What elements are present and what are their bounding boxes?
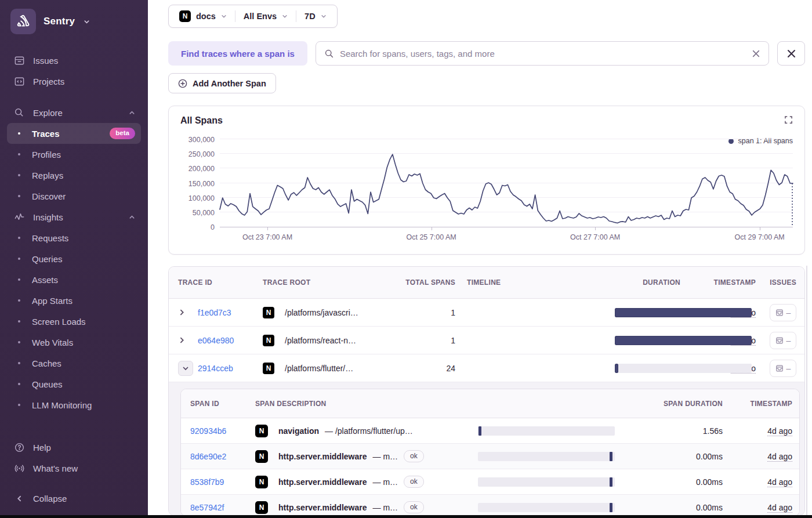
span-id-link[interactable]: 8d6e90e2 bbox=[190, 452, 226, 461]
org-switcher[interactable]: Sentry bbox=[7, 7, 141, 36]
timestamp-link[interactable]: 4d ago bbox=[767, 452, 792, 462]
span-duration-value: 0.00ms bbox=[636, 503, 723, 512]
column-header-issues: ISSUES bbox=[756, 278, 796, 287]
search-box bbox=[316, 41, 769, 66]
sidebar-item-assets[interactable]: Assets bbox=[7, 269, 141, 290]
issues-button[interactable]: – bbox=[770, 360, 796, 377]
collapse-trace-button[interactable] bbox=[178, 361, 193, 376]
sidebar-item-label: Projects bbox=[33, 77, 64, 86]
sidebar-item-caches[interactable]: Caches bbox=[7, 353, 141, 374]
span-row: 8d6e90e2 N http.server.middleware — m… o… bbox=[181, 444, 799, 469]
sidebar-item-label: Issues bbox=[33, 56, 58, 66]
expand-trace-button[interactable] bbox=[178, 336, 198, 344]
column-header-timestamp: TIMESTAMP bbox=[723, 400, 792, 408]
nextjs-project-icon: N bbox=[263, 335, 274, 346]
sidebar-flex-spacer bbox=[7, 415, 141, 437]
trace-id-link[interactable]: f1e0d7c3 bbox=[198, 308, 231, 317]
x-axis-tick bbox=[267, 227, 268, 230]
span-op: navigation bbox=[278, 426, 319, 436]
span-description: — /platforms/flutter/up… bbox=[325, 426, 413, 436]
span-timeline-track bbox=[478, 426, 615, 436]
beta-badge: beta bbox=[110, 128, 135, 140]
trace-root-text: /platforms/flutter/… bbox=[285, 364, 353, 373]
issues-button[interactable]: – bbox=[770, 332, 796, 349]
sidebar-item-screen-loads[interactable]: Screen Loads bbox=[7, 311, 141, 332]
x-axis-tick bbox=[760, 227, 760, 230]
sidebar-item-app-starts[interactable]: App Starts bbox=[7, 290, 141, 311]
trace-id-link[interactable]: e064e980 bbox=[198, 336, 234, 345]
issues-icon bbox=[775, 364, 784, 372]
sidebar-section-insights[interactable]: Insights bbox=[7, 207, 141, 227]
sidebar-section-explore[interactable]: Explore bbox=[7, 102, 141, 123]
sidebar-item-label: Requests bbox=[32, 233, 68, 243]
span-op: http.server.middleware bbox=[278, 477, 367, 487]
y-axis-label: 200,000 bbox=[188, 165, 215, 173]
project-selector[interactable]: N docs bbox=[171, 10, 235, 22]
close-icon bbox=[786, 49, 796, 59]
sidebar-item-discover[interactable]: Discover bbox=[7, 186, 141, 207]
span-row: 920934b6 N navigation — /platforms/flutt… bbox=[181, 418, 799, 444]
timestamp-link[interactable]: 4d ago bbox=[767, 426, 792, 436]
span-status-badge: ok bbox=[404, 450, 424, 462]
span-filter-row: Find traces where a span is bbox=[168, 41, 805, 66]
sidebar-item-projects[interactable]: Projects bbox=[7, 71, 141, 92]
chevron-up-icon bbox=[129, 110, 135, 116]
sidebar-item-requests[interactable]: Requests bbox=[7, 227, 141, 248]
date-range-value: 7D bbox=[304, 12, 316, 21]
trace-id-link[interactable]: 2914cceb bbox=[198, 364, 233, 373]
timeline-bar bbox=[615, 364, 618, 373]
sidebar-item-queues[interactable]: Queues bbox=[7, 374, 141, 394]
sidebar-item-replays[interactable]: Replays bbox=[7, 165, 141, 186]
remove-span-filter-button[interactable] bbox=[777, 41, 805, 66]
issues-button[interactable]: – bbox=[770, 304, 796, 321]
sidebar-item-help[interactable]: Help bbox=[7, 437, 141, 458]
total-spans-value: 24 bbox=[404, 364, 455, 373]
column-header-duration: DURATION bbox=[613, 278, 686, 287]
span-timeline-tick bbox=[610, 503, 612, 512]
bullet-icon bbox=[13, 153, 26, 155]
sidebar-item-label: LLM Monitoring bbox=[32, 400, 92, 410]
trace-row: f1e0d7c3 N /platforms/javascri… 1 0.00ms… bbox=[169, 299, 804, 327]
timestamp-link[interactable]: 4d ago bbox=[767, 503, 792, 513]
column-header-trace-root: TRACE ROOT bbox=[263, 278, 404, 287]
span-op: http.server.middleware bbox=[278, 503, 367, 512]
sidebar-item-label: Queues bbox=[32, 379, 63, 389]
timeline-bar bbox=[615, 336, 752, 345]
search-icon bbox=[13, 107, 26, 118]
fullscreen-icon[interactable] bbox=[784, 115, 793, 124]
find-traces-label[interactable]: Find traces where a span is bbox=[168, 41, 307, 66]
sidebar-item-llm-monitoring[interactable]: LLM Monitoring bbox=[7, 394, 141, 415]
span-id-link[interactable]: 8e57942f bbox=[190, 503, 224, 512]
column-header-total-spans: TOTAL SPANS bbox=[404, 278, 455, 287]
trace-row: e064e980 N /platforms/react-n… 1 812.00m… bbox=[169, 327, 804, 354]
sentry-traces-page: Sentry Issues Projects Explore bbox=[0, 0, 812, 518]
date-range-selector[interactable]: 7D bbox=[296, 12, 335, 21]
nextjs-project-icon: N bbox=[255, 450, 268, 463]
clear-search-icon[interactable] bbox=[752, 49, 760, 58]
sidebar-item-label: Caches bbox=[32, 358, 61, 368]
add-another-span-button[interactable]: Add Another Span bbox=[168, 73, 276, 93]
chevron-down-icon bbox=[321, 13, 327, 19]
x-axis-tick bbox=[432, 227, 432, 230]
sidebar-item-queries[interactable]: Queries bbox=[7, 248, 141, 269]
column-header-timeline: TIMELINE bbox=[455, 278, 613, 287]
expand-trace-button[interactable] bbox=[178, 309, 198, 316]
sidebar-item-whats-new[interactable]: What's new bbox=[7, 458, 141, 479]
sidebar-item-profiles[interactable]: Profiles bbox=[7, 144, 141, 165]
nextjs-project-icon: N bbox=[263, 363, 274, 374]
sidebar-item-web-vitals[interactable]: Web Vitals bbox=[7, 332, 141, 353]
chart-plot-area bbox=[220, 140, 793, 227]
sidebar-collapse-button[interactable]: Collapse bbox=[7, 488, 141, 509]
timestamp-link[interactable]: 4d ago bbox=[767, 477, 792, 487]
search-input[interactable] bbox=[340, 49, 746, 59]
sidebar-item-traces[interactable]: Traces beta bbox=[7, 123, 141, 144]
expanded-trace-panel: SPAN ID SPAN DESCRIPTION SPAN DURATION T… bbox=[169, 382, 804, 516]
span-id-link[interactable]: 920934b6 bbox=[190, 426, 226, 436]
scrollbar-track[interactable] bbox=[806, 266, 807, 515]
span-id-link[interactable]: 8538f7b9 bbox=[190, 477, 224, 487]
environment-selector[interactable]: All Envs bbox=[235, 12, 296, 21]
chart-svg bbox=[220, 140, 793, 227]
all-spans-chart-card: All Spans span 1: All spans 050,000100,0… bbox=[168, 106, 805, 255]
sidebar-item-issues[interactable]: Issues bbox=[7, 50, 141, 71]
y-axis-label: 50,000 bbox=[193, 209, 215, 217]
